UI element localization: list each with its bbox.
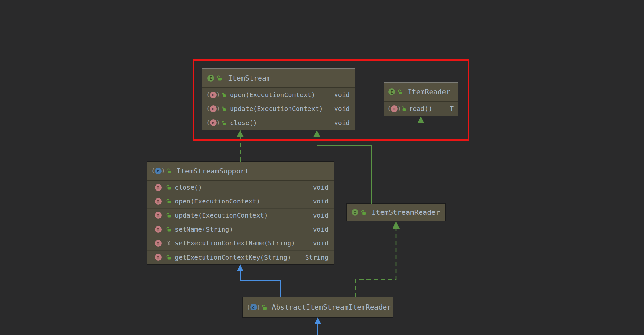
highlight-rectangle [193,59,469,141]
arrowhead-icon [393,222,400,229]
arrowhead-icon [314,317,321,324]
relation-edges [0,0,644,335]
arrowhead-icon [237,264,244,271]
edge-itemstreamreader-extends-itemstream[interactable] [317,137,371,204]
edge-abstractreader-extends-itemstreamsupport[interactable] [240,271,280,297]
edge-abstractreader-implements-itemstreamreader[interactable] [356,229,396,297]
diagram-canvas[interactable]: I ItemStream (m) open(ExecutionContext) … [0,0,644,335]
